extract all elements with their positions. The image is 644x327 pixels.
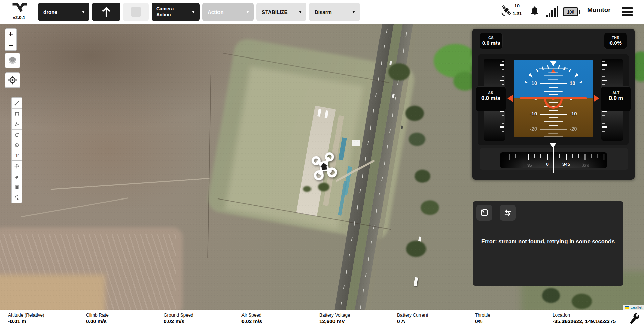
arm-disarm-label: Disarm — [315, 9, 332, 15]
map-vehicle — [389, 61, 392, 65]
pitch-line — [544, 75, 563, 76]
map-vehicle — [414, 277, 418, 286]
chevron-down-icon — [299, 11, 302, 13]
map-tree — [318, 183, 329, 191]
app-version: v2.0.1 — [5, 15, 33, 20]
status-item: Throttle 0% — [475, 310, 553, 327]
rotate-layers-button[interactable] — [12, 192, 22, 203]
polyline-icon — [14, 100, 20, 107]
zoom-out-button[interactable]: − — [5, 40, 16, 50]
drone-marker[interactable] — [310, 151, 338, 182]
move-icon — [14, 163, 20, 169]
chevron-down-icon — [82, 11, 85, 13]
map-field-boundary — [218, 198, 391, 230]
vehicle-select-dropdown[interactable]: drone — [38, 3, 89, 21]
circle-icon — [14, 132, 20, 138]
status-item: Battery Voltage 12,600 mV — [319, 310, 397, 327]
status-value: 0.02 m/s — [164, 318, 242, 324]
flight-mode-label: STABILIZE — [262, 9, 288, 15]
map-tree — [303, 186, 311, 192]
as-label: AS — [476, 91, 506, 95]
pitch-label: -20 — [570, 126, 583, 132]
map-tree — [542, 288, 560, 303]
status-item: Location -35.3632622, 149.1652375 — [553, 310, 634, 327]
map-field-boundary — [207, 75, 211, 258]
video-popout-button[interactable] — [476, 205, 492, 221]
draw-toolbar: T — [11, 97, 22, 161]
status-value: 0 A — [397, 318, 475, 324]
monitor-menu-label[interactable]: Monitor — [587, 6, 611, 14]
pitch-label: 10 — [570, 80, 583, 86]
notifications-bell-icon[interactable] — [530, 5, 540, 16]
action-label: Action — [208, 9, 224, 15]
pitch-label: -10 — [570, 111, 583, 116]
chevron-down-icon — [192, 11, 195, 13]
camera-action-dropdown[interactable]: Camera Action — [152, 3, 200, 21]
status-label: Climb Rate — [86, 312, 164, 318]
battery-icon: 100 — [563, 7, 578, 16]
map-terrain-patch — [0, 275, 105, 310]
map-tree — [388, 63, 410, 81]
arm-disarm-dropdown[interactable]: Disarm — [309, 3, 360, 21]
pitch-line — [540, 129, 567, 130]
leaflet-link[interactable]: Leaflet — [630, 305, 642, 309]
locate-control-button[interactable] — [5, 72, 20, 88]
satellite-icon — [500, 4, 512, 17]
map-zoom-control: + − — [5, 28, 17, 51]
aircraft-center-dot — [552, 97, 555, 100]
map-terrain-patch — [0, 234, 176, 310]
eraser-button[interactable] — [12, 171, 22, 182]
status-item: Ground Speed 0.02 m/s — [164, 310, 242, 327]
draw-text-button[interactable]: T — [12, 150, 22, 161]
swap-arrows-icon — [503, 208, 512, 217]
pitch-line — [549, 94, 558, 95]
map-building — [338, 181, 347, 216]
attitude-instrument: 10 10 0 0 -10 -10 -20 -20 AS 0.0 m/s ALT… — [478, 54, 629, 145]
drag-layers-button[interactable] — [12, 161, 22, 171]
status-value: 0.02 m/s — [242, 318, 319, 324]
zoom-in-button[interactable]: + — [5, 29, 16, 40]
alt-value: 0.0 m — [601, 95, 631, 101]
horizon-left-arrow-icon — [507, 95, 513, 102]
map-airfield-area — [225, 66, 364, 230]
chevron-down-icon — [352, 11, 355, 13]
map-tree — [572, 294, 592, 309]
arrow-up-button[interactable] — [92, 3, 120, 21]
status-item: Air Speed 0.02 m/s — [242, 310, 319, 327]
compass-label: 0 — [544, 162, 551, 167]
heading-lubber-line — [553, 147, 554, 173]
video-swap-button[interactable] — [500, 205, 516, 221]
pitch-line — [548, 79, 558, 80]
pitch-line — [549, 125, 558, 126]
flight-mode-dropdown[interactable]: STABILIZE — [256, 3, 306, 21]
draw-polyline-button[interactable] — [12, 98, 22, 109]
draw-polygon-button[interactable] — [12, 119, 22, 130]
pitch-label: -20 — [524, 126, 537, 132]
draw-circle-button[interactable] — [12, 130, 22, 140]
pitch-line — [548, 72, 558, 73]
delete-button[interactable] — [12, 182, 22, 192]
inactive-square-button[interactable] — [123, 3, 149, 21]
action-dropdown-disabled[interactable]: Action — [202, 3, 254, 21]
top-toolbar: v2.0.1 drone Camera Action Action STABIL… — [0, 0, 644, 24]
status-value: 12,600 mV — [319, 318, 397, 324]
telemetry-status-bar: Altitude (Relative) -0.01 m Climb Rate 0… — [0, 310, 644, 327]
eraser-icon — [14, 173, 20, 180]
compass-tape: 0 345 15 330 — [500, 152, 607, 168]
settings-wrench-button[interactable] — [629, 313, 640, 324]
status-label: Throttle — [475, 312, 553, 318]
pitch-line — [544, 91, 563, 92]
hamburger-menu-icon[interactable] — [622, 7, 633, 16]
roll-pointer-icon — [550, 61, 557, 66]
compass-fade — [583, 152, 607, 168]
status-item: Climb Rate 0.00 m/s — [86, 310, 164, 327]
wrench-icon — [628, 312, 641, 325]
map-track — [51, 178, 209, 190]
draw-rectangle-button[interactable] — [12, 109, 22, 119]
status-label: Battery Voltage — [319, 312, 397, 318]
layers-control-button[interactable] — [5, 53, 20, 68]
camera-action-label: Camera Action — [156, 6, 185, 18]
stream-error-message: Error: stream not found, retrying in som… — [473, 238, 623, 245]
status-item: Altitude (Relative) -0.01 m — [8, 310, 86, 327]
draw-circle-marker-button[interactable] — [12, 140, 22, 150]
